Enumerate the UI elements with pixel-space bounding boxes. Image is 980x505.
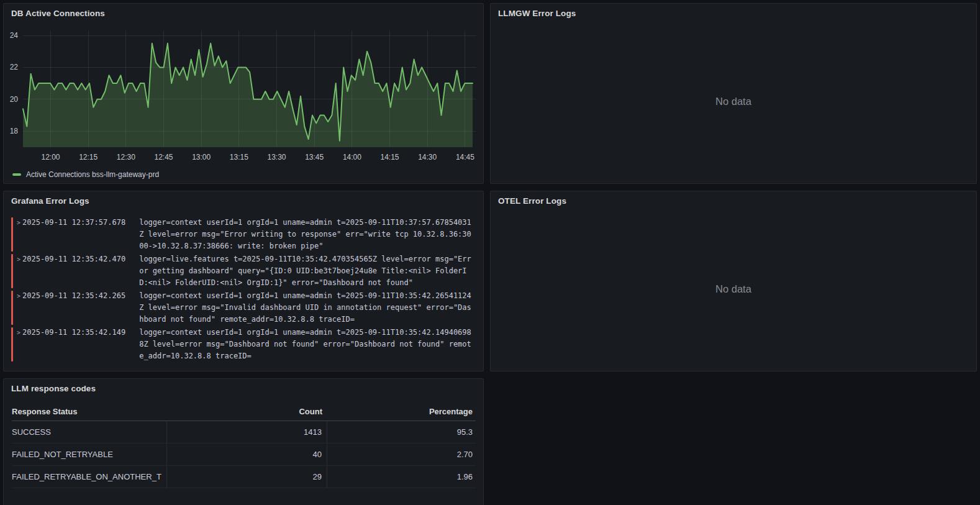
table-row: SUCCESS 1413 95.3 (12, 421, 476, 444)
svg-text:14:00: 14:00 (343, 153, 361, 162)
svg-text:24: 24 (10, 31, 19, 40)
panel-title-llmgw-error-logs[interactable]: LLMGW Error Logs (491, 4, 976, 19)
svg-text:12:45: 12:45 (154, 153, 173, 162)
cell-response-status: FAILED_RETRYABLE_ON_ANOTHER_T (12, 466, 167, 488)
cell-count: 40 (167, 444, 327, 465)
legend-series-label[interactable]: Active Connections bss-llm-gateway-prd (26, 170, 159, 179)
panel-grafana-error-logs: Grafana Error Logs > 2025-09-11 12:37:57… (3, 191, 484, 371)
cell-response-status: FAILED_NOT_RETRYABLE (12, 444, 167, 465)
table-header-row: Response Status Count Percentage (12, 403, 476, 421)
cell-percentage: 1.96 (327, 472, 476, 481)
log-row[interactable]: > 2025-09-11 12:35:42.149 logger=context… (11, 327, 476, 362)
panel-otel-error-logs: OTEL Error Logs No data (490, 191, 977, 371)
log-message: logger=live.features t=2025-09-11T10:35:… (139, 253, 476, 289)
log-message: logger=context userId=1 orgId=1 uname=ad… (139, 217, 476, 252)
chevron-right-icon[interactable]: > (15, 253, 22, 289)
timeseries-svg: 1820222412:0012:1512:3012:4513:0013:1513… (4, 30, 478, 163)
response-codes-table: Response Status Count Percentage SUCCESS… (12, 403, 476, 488)
log-row[interactable]: > 2025-09-11 12:35:42.265 logger=context… (11, 290, 476, 325)
svg-text:14:30: 14:30 (418, 153, 437, 162)
log-timestamp: 2025-09-11 12:35:42.470 (22, 253, 125, 289)
log-level-error-bar (11, 254, 13, 288)
panel-llmgw-error-logs: LLMGW Error Logs No data (490, 3, 977, 184)
log-level-error-bar (11, 217, 13, 252)
table-row: FAILED_RETRYABLE_ON_ANOTHER_T 29 1.96 (12, 466, 476, 488)
column-header-count[interactable]: Count (167, 407, 327, 416)
panel-title-db-active-connections[interactable]: DB Active Connections (4, 4, 483, 19)
chevron-right-icon[interactable]: > (15, 217, 22, 252)
timeseries-chart[interactable]: 1820222412:0012:1512:3012:4513:0013:1513… (4, 30, 478, 163)
log-timestamp: 2025-09-11 12:37:57.678 (22, 217, 125, 252)
panel-db-active-connections: DB Active Connections 1820222412:0012:15… (3, 3, 484, 184)
svg-text:12:30: 12:30 (117, 153, 135, 162)
chevron-right-icon[interactable]: > (15, 290, 22, 325)
svg-text:14:45: 14:45 (456, 153, 474, 162)
log-list: > 2025-09-11 12:37:57.678 logger=context… (4, 207, 483, 362)
cell-count: 29 (167, 466, 327, 488)
panel-title-grafana-error-logs[interactable]: Grafana Error Logs (4, 191, 483, 207)
legend-series-color-swatch (12, 173, 21, 176)
svg-text:13:00: 13:00 (192, 153, 211, 162)
log-message: logger=context userId=1 orgId=1 uname=ad… (139, 290, 476, 325)
svg-text:22: 22 (10, 63, 19, 71)
panel-title-llm-response-codes[interactable]: LLM response codes (4, 379, 483, 394)
no-data-text: No data (491, 20, 976, 183)
svg-text:13:30: 13:30 (267, 153, 286, 162)
log-timestamp: 2025-09-11 12:35:42.265 (22, 290, 125, 325)
svg-text:18: 18 (10, 127, 19, 135)
log-message: logger=context userId=1 orgId=1 uname=ad… (139, 327, 476, 362)
panel-llm-response-codes: LLM response codes Response Status Count… (3, 378, 484, 505)
grafana-dashboard: { "theme": { "page_bg": "#111217", "pane… (0, 0, 980, 505)
svg-text:12:00: 12:00 (41, 153, 60, 162)
chevron-right-icon[interactable]: > (15, 327, 22, 362)
svg-text:12:15: 12:15 (79, 153, 98, 162)
panel-title-otel-error-logs[interactable]: OTEL Error Logs (491, 191, 976, 207)
cell-response-status: SUCCESS (12, 421, 167, 443)
log-level-error-bar (11, 327, 13, 362)
cell-count: 1413 (167, 421, 327, 443)
no-data-text: No data (491, 207, 976, 371)
log-row[interactable]: > 2025-09-11 12:37:57.678 logger=context… (11, 217, 476, 252)
chart-legend: Active Connections bss-llm-gateway-prd (12, 170, 159, 179)
svg-text:20: 20 (10, 95, 19, 104)
log-timestamp: 2025-09-11 12:35:42.149 (22, 327, 125, 362)
svg-text:13:15: 13:15 (230, 153, 248, 162)
table-row: FAILED_NOT_RETRYABLE 40 2.70 (12, 444, 476, 466)
cell-percentage: 95.3 (327, 427, 476, 437)
log-level-error-bar (11, 291, 13, 325)
column-header-percentage[interactable]: Percentage (327, 407, 476, 416)
log-row[interactable]: > 2025-09-11 12:35:42.470 logger=live.fe… (11, 253, 476, 289)
svg-text:13:45: 13:45 (305, 153, 324, 162)
svg-text:14:15: 14:15 (380, 153, 399, 162)
cell-percentage: 2.70 (327, 450, 476, 459)
table-body: SUCCESS 1413 95.3 FAILED_NOT_RETRYABLE 4… (12, 421, 476, 488)
column-header-response-status[interactable]: Response Status (12, 407, 167, 416)
